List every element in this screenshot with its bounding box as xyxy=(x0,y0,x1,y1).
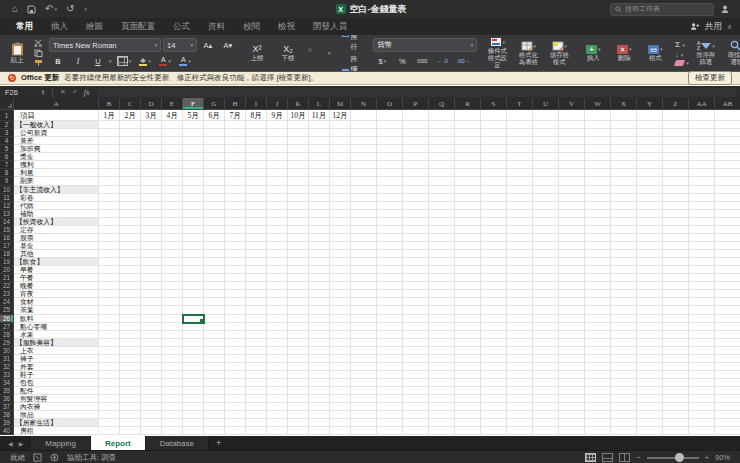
row-header-26[interactable]: 26 xyxy=(0,315,14,323)
cell-V25[interactable] xyxy=(559,306,585,314)
cell-N31[interactable] xyxy=(351,355,377,363)
cell-O6[interactable] xyxy=(377,153,403,161)
cell-E7[interactable] xyxy=(162,161,183,169)
cell-Q26[interactable] xyxy=(429,315,455,323)
cell-D12[interactable] xyxy=(141,202,162,210)
cell-S27[interactable] xyxy=(481,323,507,331)
cell-Q27[interactable] xyxy=(429,323,455,331)
cell-Z9[interactable] xyxy=(663,177,689,185)
cell-V12[interactable] xyxy=(559,202,585,210)
cell-K6[interactable] xyxy=(288,153,309,161)
cell-V33[interactable] xyxy=(559,371,585,379)
cell-C32[interactable] xyxy=(120,363,141,371)
cell-R11[interactable] xyxy=(455,194,481,202)
cell-M1[interactable]: 12月 xyxy=(330,110,351,121)
cell-C2[interactable] xyxy=(120,121,141,129)
cell-Y18[interactable] xyxy=(637,250,663,258)
cell-N22[interactable] xyxy=(351,282,377,290)
cell-AA9[interactable] xyxy=(689,177,715,185)
row-header-38[interactable]: 38 xyxy=(0,411,14,419)
cell-E28[interactable] xyxy=(162,331,183,339)
column-header-AA[interactable]: AA xyxy=(689,98,715,110)
cell-A1[interactable]: 項目 xyxy=(14,110,99,121)
cell-D33[interactable] xyxy=(141,371,162,379)
cell-O35[interactable] xyxy=(377,387,403,395)
cell-R12[interactable] xyxy=(455,202,481,210)
cell-AA40[interactable] xyxy=(689,427,715,435)
cell-V14[interactable] xyxy=(559,218,585,226)
cell-X4[interactable] xyxy=(611,137,637,145)
cell-Y22[interactable] xyxy=(637,282,663,290)
cell-L5[interactable] xyxy=(309,145,330,153)
cell-Q17[interactable] xyxy=(429,242,455,250)
cell-W1[interactable] xyxy=(585,110,611,121)
row-header-34[interactable]: 34 xyxy=(0,379,14,387)
column-header-F[interactable]: F xyxy=(183,98,204,110)
cell-W40[interactable] xyxy=(585,427,611,435)
cell-Z22[interactable] xyxy=(663,282,689,290)
cell-AB11[interactable] xyxy=(715,194,740,202)
cell-M13[interactable] xyxy=(330,210,351,218)
cell-R33[interactable] xyxy=(455,371,481,379)
cell-O8[interactable] xyxy=(377,169,403,177)
cell-P10[interactable] xyxy=(403,186,429,194)
cell-W14[interactable] xyxy=(585,218,611,226)
copy-icon[interactable] xyxy=(34,49,43,57)
cell-O7[interactable] xyxy=(377,161,403,169)
cell-N37[interactable] xyxy=(351,403,377,411)
cell-F5[interactable] xyxy=(183,145,204,153)
cell-I30[interactable] xyxy=(246,347,267,355)
cell-AB15[interactable] xyxy=(715,226,740,234)
cell-Z12[interactable] xyxy=(663,202,689,210)
cell-U32[interactable] xyxy=(533,363,559,371)
cell-AA7[interactable] xyxy=(689,161,715,169)
cell-T11[interactable] xyxy=(507,194,533,202)
cell-O40[interactable] xyxy=(377,427,403,435)
column-header-C[interactable]: C xyxy=(120,98,141,110)
cell-X25[interactable] xyxy=(611,306,637,314)
cell-E1[interactable]: 4月 xyxy=(162,110,183,121)
cell-N6[interactable] xyxy=(351,153,377,161)
cell-J3[interactable] xyxy=(267,129,288,137)
cell-AB37[interactable] xyxy=(715,403,740,411)
cell-O15[interactable] xyxy=(377,226,403,234)
cell-T31[interactable] xyxy=(507,355,533,363)
cell-AA25[interactable] xyxy=(689,306,715,314)
cell-Y14[interactable] xyxy=(637,218,663,226)
cell-H19[interactable] xyxy=(225,258,246,266)
cell-S14[interactable] xyxy=(481,218,507,226)
sheet-tab-report[interactable]: Report xyxy=(91,436,146,450)
cell-F33[interactable] xyxy=(183,371,204,379)
cell-S9[interactable] xyxy=(481,177,507,185)
cell-V38[interactable] xyxy=(559,411,585,419)
cell-K16[interactable] xyxy=(288,234,309,242)
cell-M28[interactable] xyxy=(330,331,351,339)
cell-L25[interactable] xyxy=(309,306,330,314)
cell-C39[interactable] xyxy=(120,419,141,427)
cell-M29[interactable] xyxy=(330,339,351,347)
cell-E15[interactable] xyxy=(162,226,183,234)
cell-O19[interactable] xyxy=(377,258,403,266)
cell-C1[interactable]: 2月 xyxy=(120,110,141,121)
row-header-2[interactable]: 2 xyxy=(0,121,14,129)
find-select-button[interactable]: ▾ 尋找與 選取 xyxy=(723,39,740,67)
cell-P13[interactable] xyxy=(403,210,429,218)
cell-X22[interactable] xyxy=(611,282,637,290)
cell-U17[interactable] xyxy=(533,242,559,250)
cell-C28[interactable] xyxy=(120,331,141,339)
cell-F10[interactable] xyxy=(183,186,204,194)
cell-B36[interactable] xyxy=(99,395,120,403)
cell-C19[interactable] xyxy=(120,258,141,266)
cell-E35[interactable] xyxy=(162,387,183,395)
cell-V24[interactable] xyxy=(559,298,585,306)
cell-AB20[interactable] xyxy=(715,266,740,274)
cell-AA32[interactable] xyxy=(689,363,715,371)
cell-R16[interactable] xyxy=(455,234,481,242)
cell-E31[interactable] xyxy=(162,355,183,363)
cell-S37[interactable] xyxy=(481,403,507,411)
sort-filter-button[interactable]: AZ▾ 排序與 篩選 xyxy=(692,40,720,67)
cell-B28[interactable] xyxy=(99,331,120,339)
cell-K10[interactable] xyxy=(288,186,309,194)
cell-AA2[interactable] xyxy=(689,121,715,129)
cell-K34[interactable] xyxy=(288,379,309,387)
